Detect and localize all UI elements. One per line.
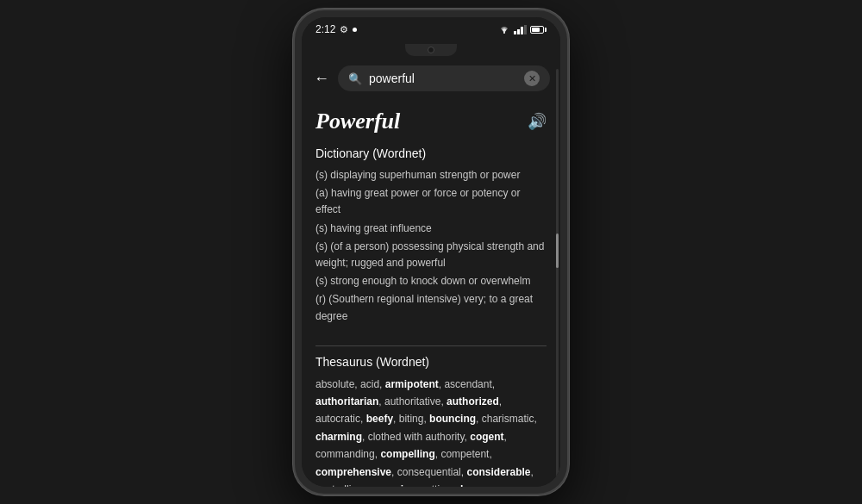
thesaurus-bold-authoritarian: authoritarian [315,395,378,408]
camera-notch [405,44,457,56]
status-icons [498,24,547,34]
scrollbar-track[interactable] [556,69,559,480]
status-time: 2:12 [315,23,335,35]
definition-item-2: (a) having great power or force or poten… [315,185,547,218]
search-icon: 🔍 [348,72,362,85]
thesaurus-bold-compelling: compelling [380,448,434,460]
battery-tip [545,28,547,32]
status-bar: 2:12 ⚙ [302,17,560,41]
thesaurus-bold-beefy: beefy [366,413,393,425]
battery-body [530,26,544,34]
t7: , clothed with authority, [362,431,470,443]
thesaurus-bold-deep: deep [457,483,481,487]
thesaurus-bold-cogent: cogent [470,431,503,443]
thesaurus-text-start: absolute, acid, [315,378,385,390]
word-title: Powerful [315,109,400,134]
speaker-button[interactable]: 🔊 [528,112,547,131]
signal-bar-1 [514,31,516,34]
thesaurus-bold-considerable: considerable [466,466,530,478]
wifi-icon [498,24,510,34]
t10: , consequential, [391,466,466,478]
svg-point-0 [503,32,505,34]
t2: , ascendant, [439,378,495,390]
section-divider [315,345,547,346]
t12: , cutting, [415,483,457,487]
thesaurus-words: absolute, acid, armipotent, ascendant, a… [315,376,547,487]
definition-item-6: (r) (Southern regional intensive) very; … [315,291,547,324]
t3: , authoritative, [378,395,447,408]
main-content: Powerful 🔊 Dictionary (Wordnet) (s) disp… [302,98,560,487]
definition-item-3: (s) having great influence [315,221,547,237]
t6: , charismatic, [476,413,537,425]
scrollbar-thumb[interactable] [556,233,559,268]
signal-bars [514,24,527,34]
notification-dot [353,28,357,32]
battery-fill [532,28,540,32]
phone-screen: 2:12 ⚙ [302,17,560,487]
search-input-container[interactable]: 🔍 powerful ✕ [338,65,550,91]
thesaurus-bold-comprehensive: comprehensive [315,466,391,478]
phone-frame: 2:12 ⚙ [293,9,569,495]
thesaurus-section: Thesaurus (Wordnet) absolute, acid, armi… [315,355,547,487]
gear-icon: ⚙ [340,24,348,35]
thesaurus-bold-corrosive: corrosive [368,483,415,487]
camera-bar [302,41,560,59]
search-bar: ← 🔍 powerful ✕ [302,59,560,98]
signal-bar-4 [524,25,527,34]
thesaurus-bold-authorized: authorized [447,395,499,408]
word-header: Powerful 🔊 [315,109,547,134]
clear-button[interactable]: ✕ [524,71,540,86]
definition-item-4: (s) (of a person) possessing physical st… [315,239,547,271]
signal-bar-3 [521,27,523,34]
definition-item-1: (s) displaying superhuman strength or po… [315,167,547,184]
dictionary-section-title: Dictionary (Wordnet) [315,146,547,160]
dictionary-section: Dictionary (Wordnet) (s) displaying supe… [315,146,547,337]
thesaurus-bold-charming: charming [315,431,362,443]
search-input[interactable]: powerful [369,72,517,85]
definition-item-5: (s) strong enough to knock down or overw… [315,273,547,289]
thesaurus-section-title: Thesaurus (Wordnet) [315,355,547,369]
thesaurus-bold-armipotent: armipotent [385,378,439,390]
signal-bar-2 [517,29,520,34]
back-button[interactable]: ← [312,68,331,90]
t9: , competent, [435,448,492,460]
t13: , [481,483,484,487]
camera-lens [428,47,434,53]
definition-list: (s) displaying superhuman strength or po… [315,167,547,325]
battery-indicator [530,26,547,34]
t5: , biting, [393,413,429,425]
thesaurus-bold-bouncing: bouncing [429,413,476,425]
